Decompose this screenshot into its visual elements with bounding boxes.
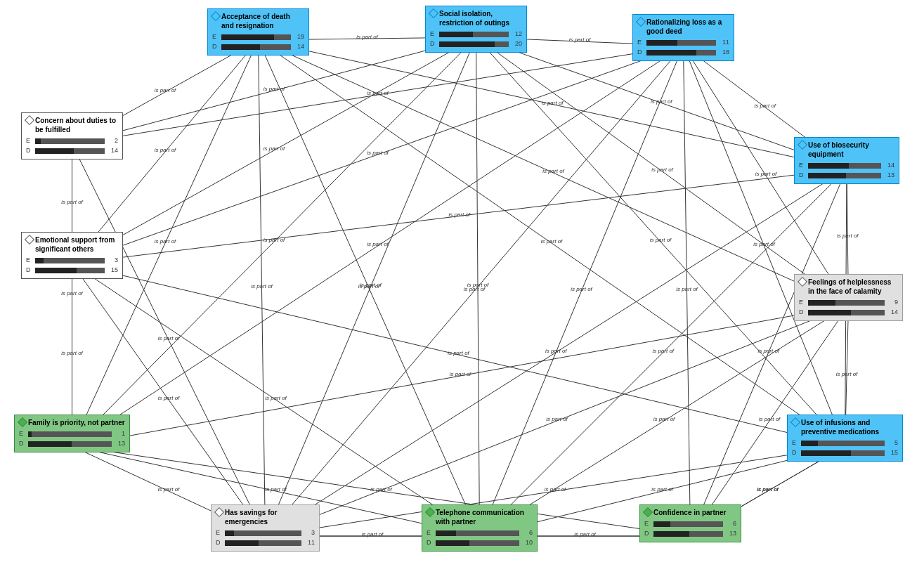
bar-value: 15 — [887, 449, 898, 457]
diamond-icon — [798, 277, 807, 287]
edge-rationalizing-savings — [266, 46, 684, 536]
bar-value: 2 — [107, 137, 118, 145]
bar-value: 1 — [114, 430, 125, 438]
node-title: Emotional support from significant other… — [26, 235, 118, 254]
node-rationalizing[interactable]: Rationalizing loss as a good deed E 11 D… — [632, 14, 734, 61]
edge-label: is part of — [158, 335, 180, 341]
bar-fill — [28, 431, 32, 437]
diamond-icon — [214, 507, 224, 517]
bar-label: D — [792, 449, 799, 457]
bar-row: E 19 — [212, 33, 304, 41]
bar-value: 9 — [887, 299, 898, 307]
bar-fill — [646, 40, 677, 46]
bar-value: 11 — [718, 39, 729, 47]
node-concern_duties[interactable]: Concern about duties to be fulfilled E 2… — [21, 112, 123, 159]
diamond-icon — [790, 417, 800, 427]
bar-track — [35, 258, 105, 263]
diamond-icon — [636, 17, 646, 27]
diamond-icon — [18, 417, 27, 427]
bar-row: D 13 — [799, 171, 894, 180]
bar-fill — [808, 163, 849, 169]
node-telephone[interactable]: Telephone communication with partner E 6… — [422, 504, 538, 552]
bar-track — [221, 34, 291, 40]
diamond-icon — [798, 140, 807, 150]
edge-concern_duties-savings — [72, 144, 266, 536]
edge-label: is part of — [652, 348, 674, 354]
node-acceptance[interactable]: Acceptance of death and resignation E 19… — [207, 8, 309, 56]
node-savings[interactable]: Has savings for emergencies E 3 D 11 — [211, 504, 320, 552]
bar-row: D 20 — [430, 40, 522, 48]
bar-track — [653, 531, 723, 537]
edge-label: is part of — [155, 147, 176, 153]
node-label: Acceptance of death and resignation — [221, 12, 304, 30]
node-label: Use of biosecurity equipment — [808, 141, 894, 159]
bar-label: D — [19, 440, 26, 448]
bar-track — [646, 40, 716, 46]
bar-row: E 3 — [216, 529, 315, 537]
edge-label: is part of — [651, 486, 673, 493]
bar-track — [28, 431, 112, 437]
bar-row: E 1 — [19, 430, 125, 438]
bar-value: 19 — [293, 33, 304, 41]
node-infusions[interactable]: Use of infusions and preventive medicati… — [787, 415, 903, 462]
edge-social_isolation-infusions — [476, 37, 845, 446]
bar-value: 6 — [725, 520, 736, 528]
bar-value: 13 — [114, 440, 125, 448]
bar-value: 14 — [293, 43, 304, 51]
bar-label: E — [430, 30, 437, 39]
diamond-icon — [25, 115, 34, 125]
bar-value: 3 — [304, 529, 315, 537]
diamond-icon — [429, 8, 438, 18]
edge-label: is part of — [358, 283, 380, 289]
bar-row: D 13 — [644, 530, 736, 538]
node-helplessness[interactable]: Feelings of helplessness in the face of … — [794, 274, 903, 321]
bar-label: E — [792, 439, 799, 448]
bar-label: D — [216, 539, 223, 547]
edge-social_isolation-emotional_support — [72, 37, 476, 263]
edge-label: is part of — [676, 286, 698, 292]
bar-fill — [221, 34, 274, 40]
edge-acceptance-helplessness — [259, 40, 849, 306]
node-label: Confidence in partner — [653, 508, 726, 517]
node-family_priority[interactable]: Family is priority, not partner E 1 D 13 — [14, 415, 130, 452]
edge-family_priority-confidence — [72, 446, 691, 536]
node-label: Concern about duties to be fulfilled — [35, 116, 118, 134]
edge-infusions-savings — [266, 446, 845, 536]
bar-label: D — [637, 48, 644, 57]
edge-label: is part of — [541, 238, 563, 245]
edge-label: is part of — [155, 87, 176, 93]
node-biosecurity[interactable]: Use of biosecurity equipment E 14 D 13 — [794, 137, 899, 184]
bar-label: E — [216, 529, 223, 537]
node-confidence[interactable]: Confidence in partner E 6 D 13 — [639, 504, 741, 542]
edge-acceptance-infusions — [259, 40, 845, 446]
bar-track — [436, 540, 519, 546]
bar-track — [436, 530, 519, 536]
bar-label: D — [26, 147, 33, 155]
edge-label: is part of — [651, 98, 672, 105]
edge-helplessness-savings — [266, 306, 849, 536]
edge-label: is part of — [263, 86, 285, 92]
edge-label: is part of — [61, 199, 83, 205]
node-label: Rationalizing loss as a good deed — [646, 18, 729, 36]
node-social_isolation[interactable]: Social isolation, restriction of outings… — [425, 6, 527, 53]
edge-label: is part of — [571, 286, 592, 292]
bar-track — [439, 32, 509, 37]
edge-biosecurity-savings — [266, 169, 847, 536]
bar-value: 13 — [883, 171, 894, 180]
edge-label: is part of — [265, 395, 287, 401]
bar-label: D — [26, 266, 33, 275]
edge-label: is part of — [448, 350, 469, 356]
edge-label: is part of — [545, 348, 567, 354]
edge-social_isolation-family_priority — [72, 37, 476, 446]
bar-value: 13 — [725, 530, 736, 538]
bar-value: 10 — [521, 539, 533, 547]
edge-label: is part of — [542, 168, 564, 174]
node-emotional_support[interactable]: Emotional support from significant other… — [21, 232, 123, 279]
edge-label: is part of — [356, 34, 378, 40]
bar-row: E 5 — [792, 439, 898, 448]
bar-fill — [439, 41, 495, 47]
edge-label: is part of — [542, 100, 564, 106]
edge-label: is part of — [360, 282, 382, 288]
bar-row: E 3 — [26, 256, 118, 265]
bar-fill — [646, 50, 696, 56]
